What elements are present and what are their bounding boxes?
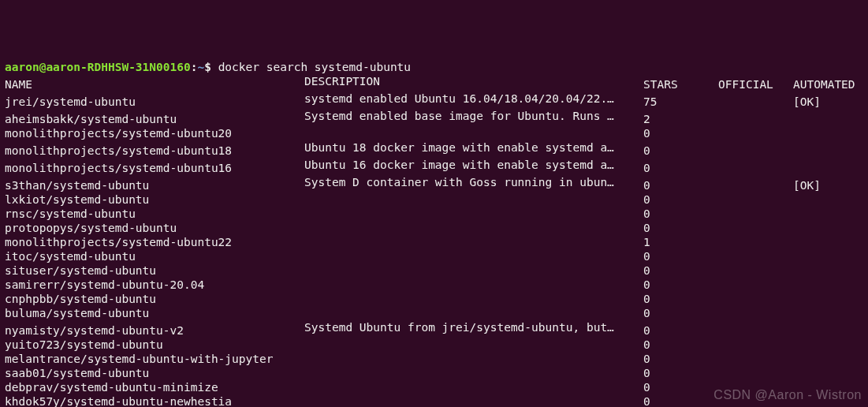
table-row: situser/systemd-ubuntu0 (5, 264, 793, 277)
header-name: NAME (5, 77, 304, 91)
table-row: cnphpbb/systemd-ubuntu0 (5, 293, 793, 305)
table-row: debprav/systemd-ubuntu-minimize0 (5, 381, 793, 394)
table-header: NAMEDESCRIPTIONSTARSOFFICIALAUTOMATED (5, 78, 855, 91)
cell-stars: 0 (643, 263, 718, 278)
terminal-output[interactable]: aaron@aaron-RDHHSW-31N00160:~$ docker se… (5, 60, 863, 407)
table-row: monolithprojects/systemd-ubuntu200 (5, 127, 793, 140)
table-row: yuito723/systemd-ubuntu0 (5, 338, 793, 351)
prompt-dollar: $ (204, 61, 211, 73)
cell-stars: 0 (643, 292, 718, 306)
cell-name: jrei/systemd-ubuntu (5, 95, 304, 109)
cell-stars: 0 (643, 394, 718, 407)
cell-name: situser/systemd-ubuntu (5, 263, 304, 278)
cell-description: System D container with Goss running in … (304, 175, 643, 189)
cell-stars: 0 (643, 278, 718, 292)
table-row: buluma/systemd-ubuntu0 (5, 307, 793, 319)
cell-name: lxkiot/systemd-ubuntu (5, 192, 304, 207)
table-row: itoc/systemd-ubuntu0 (5, 250, 793, 263)
table-row: lxkiot/systemd-ubuntu0 (5, 193, 793, 206)
cell-description: Ubuntu 16 docker image with enable syste… (304, 158, 643, 172)
table-row: saab01/systemd-ubuntu0 (5, 367, 793, 379)
cell-name: saab01/systemd-ubuntu (5, 366, 304, 380)
cell-name: buluma/systemd-ubuntu (5, 306, 304, 320)
cell-description: systemd enabled Ubuntu 16.04/18.04/20.04… (304, 91, 643, 106)
cell-stars: 0 (643, 178, 718, 192)
header-official: OFFICIAL (718, 77, 793, 91)
cell-name: aheimsbakk/systemd-ubuntu (5, 112, 304, 126)
cell-stars: 0 (643, 366, 718, 380)
cell-name: yuito723/systemd-ubuntu (5, 338, 304, 352)
table-row: monolithprojects/systemd-ubuntu18Ubuntu … (5, 144, 793, 157)
table-body: jrei/systemd-ubuntusystemd enabled Ubunt… (5, 91, 863, 407)
cell-description: Systemd Ubuntu from jrei/systemd-ubuntu,… (304, 320, 643, 334)
prompt-path: ~ (197, 61, 204, 73)
table-row: jrei/systemd-ubuntusystemd enabled Ubunt… (5, 95, 821, 108)
cell-name: khdok57y/systemd-ubuntu-newhestia (5, 394, 304, 407)
header-automated: AUTOMATED (793, 77, 855, 91)
table-row: melantrance/systemd-ubuntu-with-jupyter0 (5, 353, 793, 365)
cell-stars: 0 (643, 323, 718, 338)
cell-stars: 0 (643, 352, 718, 366)
cell-name: debprav/systemd-ubuntu-minimize (5, 380, 304, 394)
cell-name: itoc/systemd-ubuntu (5, 249, 304, 263)
cell-stars: 0 (643, 338, 718, 352)
cell-stars: 0 (643, 249, 718, 263)
table-row: aheimsbakk/systemd-ubuntuSystemd enabled… (5, 113, 793, 125)
cell-stars: 0 (643, 380, 718, 394)
header-stars: STARS (643, 77, 718, 91)
table-row: protopopys/systemd-ubuntu0 (5, 222, 793, 234)
cell-stars: 0 (643, 144, 718, 158)
cell-name: cnphpbb/systemd-ubuntu (5, 292, 304, 306)
prompt-line-1: aaron@aaron-RDHHSW-31N00160:~$ docker se… (5, 61, 411, 73)
cell-name: rnsc/systemd-ubuntu (5, 207, 304, 221)
table-row: samirerr/systemd-ubuntu-20.040 (5, 278, 793, 291)
cell-name: protopopys/systemd-ubuntu (5, 221, 304, 235)
table-row: khdok57y/systemd-ubuntu-newhestia0 (5, 395, 793, 407)
cell-name: monolithprojects/systemd-ubuntu18 (5, 144, 304, 158)
cell-automated: [OK] (793, 178, 821, 192)
cell-stars: 0 (643, 126, 718, 140)
cell-name: samirerr/systemd-ubuntu-20.04 (5, 278, 304, 292)
cell-stars: 0 (643, 306, 718, 320)
cell-stars: 0 (643, 161, 718, 175)
prompt-userhost: aaron@aaron-RDHHSW-31N00160 (5, 61, 191, 73)
cell-automated: [OK] (793, 95, 821, 109)
cell-description: Systemd enabled base image for Ubuntu. R… (304, 109, 643, 123)
cell-name: melantrance/systemd-ubuntu-with-jupyter (5, 352, 304, 366)
table-row: monolithprojects/systemd-ubuntu16Ubuntu … (5, 162, 793, 174)
cell-stars: 0 (643, 192, 718, 207)
table-row: rnsc/systemd-ubuntu0 (5, 207, 793, 220)
cell-name: nyamisty/systemd-ubuntu-v2 (5, 323, 304, 338)
table-row: monolithprojects/systemd-ubuntu221 (5, 236, 793, 248)
cell-stars: 0 (643, 221, 718, 235)
cell-name: monolithprojects/systemd-ubuntu22 (5, 235, 304, 249)
cell-name: monolithprojects/systemd-ubuntu16 (5, 161, 304, 175)
cell-stars: 2 (643, 112, 718, 126)
cell-description: Ubuntu 18 docker image with enable syste… (304, 140, 643, 155)
cell-stars: 0 (643, 207, 718, 221)
cell-stars: 1 (643, 235, 718, 249)
header-description: DESCRIPTION (304, 74, 643, 88)
cell-name: monolithprojects/systemd-ubuntu20 (5, 126, 304, 140)
table-row: nyamisty/systemd-ubuntu-v2Systemd Ubuntu… (5, 324, 793, 337)
cell-name: s3than/systemd-ubuntu (5, 178, 304, 192)
command-text: docker search systemd-ubuntu (218, 61, 411, 73)
table-row: s3than/systemd-ubuntuSystem D container … (5, 179, 821, 192)
cell-stars: 75 (643, 95, 718, 109)
